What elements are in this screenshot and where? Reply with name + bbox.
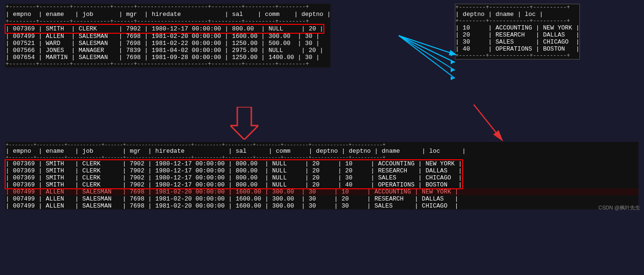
emp-row-4: | 007566 | JONES | MANAGER | 7839 | 1981… <box>6 47 330 54</box>
bottom-border-mid: +--------+---------+-----------+------+-… <box>6 155 638 160</box>
svg-line-0 <box>399 36 455 54</box>
main-container: +--------+---------+-----------+------+-… <box>0 0 644 213</box>
emp-row-5: | 007654 | MARTIN | SALESMAN | 7698 | 19… <box>6 54 330 61</box>
col-job: job <box>82 11 93 18</box>
dept-border-bot: +--------+------------+----------+ <box>455 52 579 59</box>
emp-row-2: | 007499 | ALLEN | SALESMAN | 7698 | 198… <box>6 33 330 40</box>
bottom-row-7: | 007499 | ALLEN | SALESMAN | 7698 | 198… <box>6 202 638 209</box>
bottom-join-table: +--------+---------+-----------+------+-… <box>6 142 638 209</box>
svg-line-9 <box>474 104 502 140</box>
bottom-row-5-highlight: | 007499 | ALLEN | SALESMAN | 7698 | 198… <box>6 188 638 195</box>
svg-marker-7 <box>451 76 454 80</box>
diagonal-arrow-svg <box>6 104 644 142</box>
svg-marker-5 <box>451 60 454 64</box>
emp-row-1-highlight: | 007369 | SMITH | CLERK | 7902 | 1980-1… <box>6 25 323 33</box>
bottom-row-4: | 007369 | SMITH | CLERK | 7902 | 1980-1… <box>6 181 462 188</box>
top-emp-border-top: +--------+---------+-----------+------+-… <box>6 4 330 10</box>
top-area: +--------+---------+-----------+------+-… <box>6 4 638 104</box>
svg-marker-8 <box>230 107 258 140</box>
bottom-row-6: | 007499 | ALLEN | SALESMAN | 7698 | 198… <box>6 195 638 202</box>
dept-border-top: +--------+------------+----------+ <box>455 4 579 11</box>
bottom-border-top: +--------+---------+-----------+------+-… <box>6 142 638 148</box>
col-comm: comm <box>265 11 279 18</box>
bottom-row-3: | 007369 | SMITH | CLERK | 7902 | 1980-1… <box>6 174 462 181</box>
dept-table: +--------+------------+----------+ | dep… <box>455 4 580 59</box>
col-empno: empno <box>13 11 31 18</box>
col-sal: sal <box>232 11 243 18</box>
svg-line-1 <box>399 36 455 62</box>
svg-marker-6 <box>451 68 454 72</box>
top-emp-border-bot: +--------+---------+-----------+------+-… <box>6 61 330 67</box>
dept-row-4: | 40 | OPERATIONS | BOSTON | <box>455 45 579 52</box>
emp-row-3: | 007521 | WARD | SALESMAN | 7698 | 1981… <box>6 40 330 47</box>
bottom-header: | empno | ename | job | mgr | hiredate |… <box>6 148 638 155</box>
dept-row-3: | 30 | SALES | CHICAGO | <box>455 38 579 45</box>
top-emp-border-mid: +--------+---------+-----------+------+-… <box>6 18 330 25</box>
dept-header: | deptno | dname | loc | <box>455 11 579 18</box>
dept-row-1: | 10 | ACCOUNTING | NEW YORK | <box>455 24 579 31</box>
svg-line-2 <box>399 36 455 70</box>
dept-border-mid: +--------+------------+----------+ <box>455 18 579 24</box>
watermark: CSDN @枫叶先生 <box>599 204 640 211</box>
svg-line-3 <box>399 36 455 78</box>
top-emp-table: +--------+---------+-----------+------+-… <box>6 4 330 67</box>
top-emp-header: | empno | ename | job | mgr | hiredate |… <box>6 10 330 18</box>
down-arrow-svg <box>230 107 258 140</box>
col-deptno: deptno <box>301 11 323 18</box>
down-arrow-section <box>6 104 638 142</box>
svg-marker-4 <box>451 52 454 56</box>
smith-rows-highlight: | 007369 | SMITH | CLERK | 7902 | 1980-1… <box>6 160 462 188</box>
col-mgr: mgr <box>126 11 137 18</box>
bottom-row-2: | 007369 | SMITH | CLERK | 7902 | 1980-1… <box>6 167 462 174</box>
col-ename: ename <box>46 11 64 18</box>
col-hiredate: hiredate <box>152 11 181 18</box>
dept-row-2: | 20 | RESEARCH | DALLAS | <box>455 31 579 38</box>
bottom-row-1: | 007369 | SMITH | CLERK | 7902 | 1980-1… <box>6 160 462 167</box>
